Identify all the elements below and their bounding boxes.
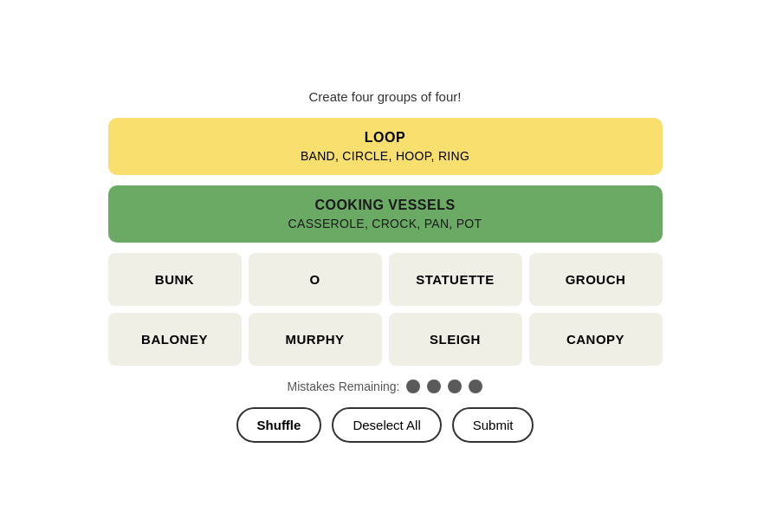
tile-baloney[interactable]: BALONEY: [108, 313, 242, 366]
instruction-text: Create four groups of four!: [309, 89, 462, 104]
mistake-dot-2: [427, 380, 441, 393]
loop-group-title: LOOP: [126, 130, 645, 146]
solved-group-cooking-vessels: COOKING VESSELS CASSEROLE, CROCK, PAN, P…: [108, 185, 663, 243]
mistakes-label: Mistakes Remaining:: [288, 380, 400, 393]
solved-group-loop: LOOP BAND, CIRCLE, HOOP, RING: [108, 118, 663, 175]
tile-grouch[interactable]: GROUCH: [529, 253, 663, 306]
tile-sleigh[interactable]: SLEIGH: [389, 313, 522, 366]
game-container: Create four groups of four! LOOP BAND, C…: [108, 89, 663, 443]
mistake-dot-3: [448, 380, 462, 393]
cooking-vessels-group-words: CASSEROLE, CROCK, PAN, POT: [126, 217, 645, 230]
cooking-vessels-group-title: COOKING VESSELS: [126, 198, 645, 213]
deselect-all-button[interactable]: Deselect All: [332, 407, 441, 443]
tile-murphy[interactable]: MURPHY: [249, 313, 382, 366]
tile-statuette[interactable]: STATUETTE: [389, 253, 522, 306]
mistake-dot-1: [406, 380, 420, 393]
submit-button[interactable]: Submit: [452, 407, 534, 443]
word-grid: BUNK O STATUETTE GROUCH BALONEY MURPHY S…: [108, 253, 663, 366]
loop-group-words: BAND, CIRCLE, HOOP, RING: [126, 149, 645, 163]
buttons-row: Shuffle Deselect All Submit: [236, 407, 534, 443]
tile-canopy[interactable]: CANOPY: [529, 313, 663, 366]
tile-o[interactable]: O: [249, 253, 382, 306]
shuffle-button[interactable]: Shuffle: [236, 407, 322, 443]
tile-bunk[interactable]: BUNK: [108, 253, 242, 306]
mistakes-row: Mistakes Remaining:: [288, 380, 483, 393]
mistake-dot-4: [469, 380, 482, 393]
